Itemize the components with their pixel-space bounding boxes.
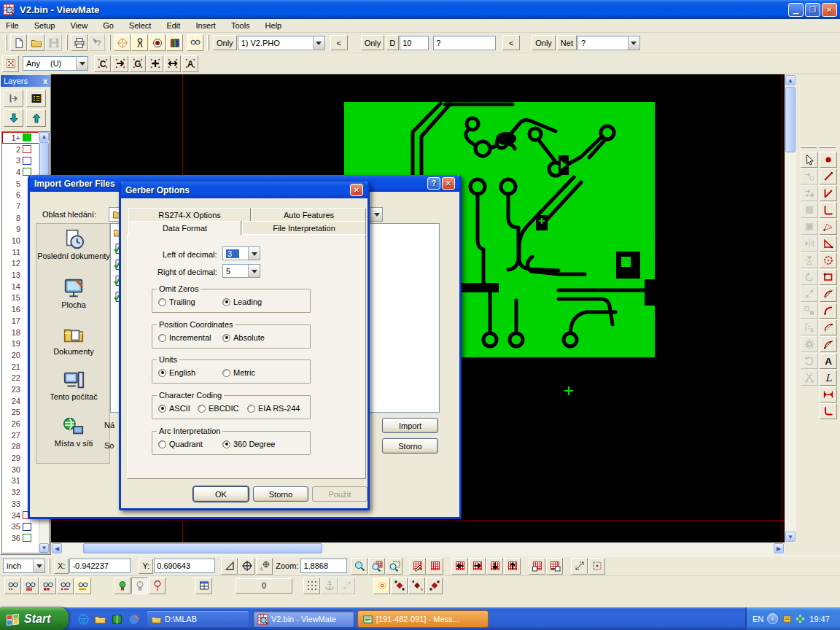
place-desktop[interactable]: Plocha bbox=[37, 277, 110, 309]
close-icon[interactable]: ✕ bbox=[442, 177, 455, 190]
select-cursor-icon[interactable] bbox=[801, 152, 818, 168]
tray-notes-icon[interactable] bbox=[782, 613, 793, 624]
dcode-c-icon[interactable]: C bbox=[94, 55, 111, 72]
toolbar-grip[interactable] bbox=[5, 35, 7, 50]
dcode-cross-icon[interactable] bbox=[147, 55, 163, 72]
layer-color-swatch[interactable] bbox=[23, 133, 31, 141]
snap-grid-icon[interactable] bbox=[303, 578, 320, 594]
chevron-down-icon[interactable] bbox=[76, 57, 88, 70]
layer-color-swatch[interactable] bbox=[23, 523, 31, 531]
draw-triangle-icon[interactable] bbox=[820, 236, 837, 252]
scroll-down-icon[interactable]: ▼ bbox=[785, 532, 796, 542]
only-net-button[interactable]: Only bbox=[532, 35, 556, 50]
launch-browser-icon[interactable]: e bbox=[76, 612, 90, 626]
hscroll-thumb[interactable] bbox=[83, 543, 322, 553]
flash-element-icon[interactable] bbox=[114, 34, 131, 51]
chevron-down-icon[interactable] bbox=[313, 36, 324, 50]
tab-file-interpretation[interactable]: File Interpretation bbox=[242, 221, 366, 235]
chevron-down-icon[interactable] bbox=[248, 265, 260, 277]
pattern-flash-icon[interactable] bbox=[373, 578, 390, 594]
inspect-traces-icon[interactable] bbox=[22, 578, 39, 594]
draw-round-corner-icon[interactable] bbox=[820, 403, 837, 419]
units-combo[interactable]: inch bbox=[3, 559, 45, 573]
radio-metric[interactable]: Metric bbox=[222, 368, 255, 377]
dcode-label[interactable]: D bbox=[386, 35, 399, 50]
toolbar-grip[interactable] bbox=[66, 35, 68, 50]
net-combo[interactable]: ? bbox=[578, 36, 640, 50]
only-dcode-button[interactable]: Only bbox=[361, 35, 385, 50]
tab-data-format[interactable]: Data Format bbox=[128, 221, 241, 236]
taskbar-task-3[interactable]: [191-482-091] - Mess... bbox=[357, 610, 489, 628]
select-area-icon[interactable] bbox=[588, 558, 605, 575]
radio-icon[interactable] bbox=[222, 440, 230, 448]
right-of-decimal-combo[interactable]: 5 bbox=[222, 264, 260, 278]
radio-eia-rs-244[interactable]: EIA RS-244 bbox=[247, 404, 300, 413]
place-documents[interactable]: Dokumenty bbox=[37, 324, 110, 356]
angle-mode-icon[interactable] bbox=[221, 558, 238, 575]
place-recent[interactable]: Poslední dokumenty bbox=[37, 228, 110, 260]
highlight-on-icon[interactable] bbox=[114, 578, 131, 594]
radio-icon[interactable] bbox=[222, 369, 230, 377]
menu-insert[interactable]: Insert bbox=[194, 20, 217, 31]
vscroll-thumb[interactable] bbox=[785, 87, 796, 152]
tab-auto-features[interactable]: Auto Features bbox=[252, 208, 366, 222]
restore-button[interactable]: ❐ bbox=[805, 3, 820, 17]
draw-polyline-icon[interactable] bbox=[820, 185, 837, 201]
launch-firefox-icon[interactable] bbox=[126, 612, 141, 626]
scroll-left-icon[interactable]: ◀ bbox=[52, 543, 62, 553]
place-network[interactable]: Místa v síti bbox=[37, 416, 110, 448]
tray-collapse-icon[interactable]: ‹ bbox=[767, 613, 778, 624]
radio-english[interactable]: English bbox=[158, 368, 195, 377]
draw-cone-icon[interactable] bbox=[820, 219, 837, 235]
view-board-icon[interactable] bbox=[427, 558, 443, 575]
scroll-down-icon[interactable]: ▼ bbox=[39, 543, 49, 553]
toolbar-grip[interactable] bbox=[48, 559, 50, 574]
dcode-text-icon[interactable]: A bbox=[182, 55, 198, 72]
ok-button[interactable]: OK bbox=[193, 486, 249, 502]
close-icon[interactable]: x bbox=[43, 77, 47, 85]
import-button[interactable]: Import bbox=[382, 418, 438, 433]
zoom-window-icon[interactable] bbox=[386, 558, 402, 575]
scroll-up-icon[interactable]: ▲ bbox=[39, 132, 49, 141]
stretch-view-icon[interactable] bbox=[571, 558, 588, 575]
draw-pad-icon[interactable] bbox=[820, 152, 837, 168]
radio-icon[interactable] bbox=[222, 298, 230, 306]
tray-messenger-icon[interactable] bbox=[795, 613, 806, 624]
toolbar-grip[interactable] bbox=[801, 146, 817, 148]
radio-trailing[interactable]: Trailing bbox=[158, 298, 195, 306]
highlight-off-icon[interactable] bbox=[131, 578, 148, 594]
pattern-diamond-a-icon[interactable] bbox=[391, 578, 408, 594]
radio-quadrant[interactable]: Quadrant bbox=[158, 440, 203, 448]
draw-arc-sweep-icon[interactable] bbox=[820, 336, 837, 352]
dcode-dots-icon[interactable] bbox=[2, 55, 19, 72]
place-computer[interactable]: Tento počítač bbox=[37, 369, 110, 401]
language-indicator[interactable]: EN bbox=[752, 615, 763, 623]
menu-edit[interactable]: Edit bbox=[165, 20, 182, 31]
menu-select[interactable]: Select bbox=[128, 20, 153, 31]
probe-icon[interactable] bbox=[149, 578, 166, 594]
layer-color-swatch[interactable] bbox=[23, 145, 31, 153]
record-view-icon[interactable] bbox=[149, 34, 166, 51]
minimize-button[interactable]: ▁ bbox=[788, 3, 804, 17]
inspect-shapes-icon[interactable] bbox=[39, 578, 56, 594]
scroll-right-icon[interactable]: ▶ bbox=[774, 543, 784, 553]
radio-icon[interactable] bbox=[158, 298, 166, 306]
left-of-decimal-combo[interactable]: 3 bbox=[222, 246, 260, 260]
copy-view-icon[interactable] bbox=[529, 558, 545, 575]
draw-text-icon[interactable]: A bbox=[820, 353, 837, 369]
shape-combo[interactable]: Any(U) bbox=[23, 56, 88, 71]
layer-colors-icon[interactable] bbox=[166, 34, 183, 51]
scroll-up-icon[interactable]: ▲ bbox=[785, 75, 796, 85]
tab-rs274-x-options[interactable]: RS274-X Options bbox=[128, 208, 251, 222]
edit-board-icon[interactable] bbox=[409, 558, 426, 575]
radio-icon[interactable] bbox=[158, 369, 166, 377]
radio-icon[interactable] bbox=[158, 334, 166, 342]
start-button[interactable]: Start bbox=[0, 607, 69, 630]
chevron-down-icon[interactable] bbox=[248, 247, 260, 260]
toolbar-grip[interactable] bbox=[109, 35, 111, 50]
canvas-hscrollbar[interactable]: ◀ ▶ bbox=[51, 542, 785, 555]
help-icon[interactable]: ? bbox=[427, 177, 440, 190]
net-label[interactable]: Net bbox=[557, 35, 577, 50]
inspect-highlight-icon[interactable] bbox=[74, 578, 91, 594]
radio-icon[interactable] bbox=[247, 405, 255, 413]
